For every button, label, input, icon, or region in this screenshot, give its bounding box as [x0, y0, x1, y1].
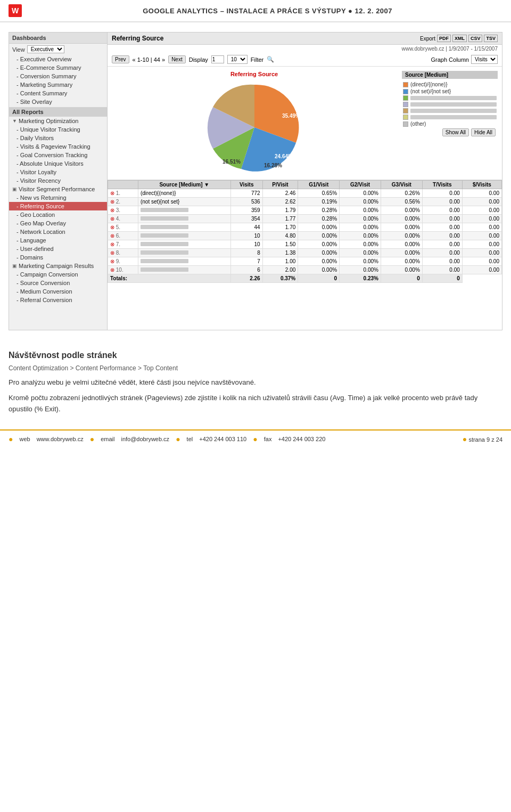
sidebar-campaign-group[interactable]: ▣ Marketing Campaign Results — [9, 262, 107, 270]
graph-column-label: Graph Column — [431, 56, 469, 63]
row-icon[interactable]: ⊗ 2. — [108, 198, 138, 206]
sidebar-item-overlay[interactable]: - Site Overlay — [9, 98, 107, 106]
table-row: ⊗ 1.(direct){(none)}7722.460.65%0.00%0.2… — [108, 189, 502, 198]
row-g1visit: 0.19% — [298, 198, 340, 206]
row-visits: 536 — [230, 198, 262, 206]
table-row: ⊗ 3.3591.790.28%0.00%0.00%0.000.00 — [108, 206, 502, 215]
sidebar-marketing-group[interactable]: ▼ Marketing Optimization — [9, 117, 107, 125]
sidebar-campaign-conversion[interactable]: - Campaign Conversion — [9, 270, 107, 279]
row-pvisit: 1.00 — [262, 257, 298, 266]
row-g1visit: 0.00% — [298, 240, 340, 249]
sidebar-domains[interactable]: - Domains — [9, 253, 107, 262]
th-num — [108, 181, 138, 189]
sidebar-goal-conversion[interactable]: - Goal Conversion Tracking — [9, 151, 107, 159]
sidebar-source-conversion[interactable]: - Source Conversion — [9, 279, 107, 287]
sidebar-user-defined[interactable]: - User-defined — [9, 245, 107, 253]
prev-button[interactable]: Prev — [112, 55, 129, 63]
totals-val-5: 0.23% — [340, 274, 381, 283]
row-icon[interactable]: ⊗ 6. — [108, 232, 138, 240]
legend-item-2: (not set)/{not set} — [402, 88, 498, 95]
sidebar-medium-conversion[interactable]: - Medium Conversion — [9, 287, 107, 296]
legend-item-1: (direct)/{(none)} — [402, 81, 498, 88]
footer-email-url[interactable]: info@dobryweb.cz — [121, 436, 169, 442]
legend-blurred-5 — [410, 109, 497, 113]
expand-marketing-icon: ▼ — [12, 118, 17, 124]
th-visits[interactable]: Visits — [230, 181, 262, 189]
header: W GOOGLE ANALYTICS – INSTALACE A PRÁCE S… — [0, 0, 511, 22]
th-svisits[interactable]: $/Visits — [462, 181, 501, 189]
sidebar-new-returning[interactable]: - New vs Returning — [9, 193, 107, 202]
th-tvisits[interactable]: T/Visits — [422, 181, 462, 189]
sidebar-all-reports: All Reports — [9, 107, 107, 117]
sidebar-daily-visitors[interactable]: - Daily Visitors — [9, 134, 107, 142]
sidebar-language[interactable]: - Language — [9, 236, 107, 245]
row-icon[interactable]: ⊗ 10. — [108, 266, 138, 274]
legend-color-6 — [403, 115, 408, 120]
row-tvisits: 0.00 — [422, 232, 462, 240]
row-icon[interactable]: ⊗ 8. — [108, 249, 138, 257]
sidebar-item-content[interactable]: - Content Summary — [9, 89, 107, 98]
row-icon[interactable]: ⊗ 3. — [108, 206, 138, 215]
th-g1visit[interactable]: G1/Visit — [298, 181, 340, 189]
show-all-button[interactable]: Show All — [442, 128, 469, 136]
sidebar-unique-visitor[interactable]: - Unique Visitor Tracking — [9, 125, 107, 134]
sidebar-item-ecommerce[interactable]: - E-Commerce Summary — [9, 63, 107, 72]
row-icon[interactable]: ⊗ 1. — [108, 189, 138, 198]
legend-item-other: (other) — [402, 120, 498, 127]
display-input[interactable] — [211, 55, 224, 63]
sidebar-geo-location[interactable]: - Geo Location — [9, 210, 107, 219]
th-g2visit[interactable]: G2/Visit — [340, 181, 381, 189]
report-url: www.dobryweb.cz — [402, 46, 444, 52]
th-pvisit[interactable]: P/Visit — [262, 181, 298, 189]
row-icon[interactable]: ⊗ 7. — [108, 240, 138, 249]
row-visits: 359 — [230, 206, 262, 215]
view-select[interactable]: Executive All — [27, 45, 64, 53]
next-button[interactable]: Next — [168, 55, 186, 63]
export-pdf-icon[interactable]: PDF — [437, 35, 451, 42]
export-csv-icon[interactable]: CSV — [468, 35, 483, 42]
row-g3visit: 0.00% — [381, 206, 422, 215]
row-g2visit: 0.00% — [340, 249, 381, 257]
sidebar-item-executive[interactable]: - Executive Overview — [9, 55, 107, 63]
sidebar-absolute-unique[interactable]: - Absolute Unique Visitors — [9, 159, 107, 168]
row-g1visit: 0.28% — [298, 215, 340, 223]
row-icon[interactable]: ⊗ 4. — [108, 215, 138, 223]
row-pvisit: 1.77 — [262, 215, 298, 223]
table-row: ⊗ 8.81.380.00%0.00%0.00%0.000.00 — [108, 249, 502, 257]
row-g3visit: 0.00% — [381, 232, 422, 240]
totals-val-3: 0.37% — [262, 274, 298, 283]
row-g1visit: 0.28% — [298, 206, 340, 215]
row-tvisits: 0.00 — [422, 189, 462, 198]
sidebar-visits-pageview[interactable]: - Visits & Pageview Tracking — [9, 142, 107, 151]
sidebar-referring-source[interactable]: - Referring Source — [9, 202, 107, 210]
row-pvisit: 2.62 — [262, 198, 298, 206]
export-xml-icon[interactable]: XML — [452, 35, 467, 42]
footer-web-url[interactable]: www.dobryweb.cz — [37, 436, 84, 442]
row-g2visit: 0.00% — [340, 206, 381, 215]
hide-all-button[interactable]: Hide All — [471, 128, 496, 136]
legend-color-5 — [403, 108, 408, 113]
row-icon[interactable]: ⊗ 5. — [108, 223, 138, 232]
graph-column-select[interactable]: Visits — [471, 55, 498, 64]
legend-item-3 — [402, 95, 498, 101]
footer-left: ● web www.dobryweb.cz ● email info@dobry… — [9, 435, 325, 443]
sidebar-referral-conversion[interactable]: - Referral Conversion — [9, 296, 107, 304]
display-per-page-select[interactable]: 10 25 50 — [227, 55, 248, 64]
sidebar-item-conversion[interactable]: - Conversion Summary — [9, 72, 107, 80]
footer-tel-label: tel — [187, 436, 193, 442]
row-icon[interactable]: ⊗ 9. — [108, 257, 138, 266]
export-tsv-icon[interactable]: TSV — [484, 35, 498, 42]
filter-icon[interactable]: 🔍 — [267, 56, 274, 63]
footer-web-label: web — [19, 436, 30, 442]
sidebar-geo-map[interactable]: - Geo Map Overlay — [9, 219, 107, 228]
report-toolbar: Prev « 1-10 | 44 » Next Display 10 25 50… — [108, 53, 502, 67]
th-source[interactable]: Source [Medium] ▼ — [138, 181, 230, 189]
sidebar-item-marketing[interactable]: - Marketing Summary — [9, 80, 107, 89]
sidebar-segment-group[interactable]: ▣ Visitor Segment Performance — [9, 185, 107, 193]
sidebar-visitor-loyalty[interactable]: - Visitor Loyalty — [9, 168, 107, 176]
th-g3visit[interactable]: G3/Visit — [381, 181, 422, 189]
graph-column-section: Graph Column Visits — [431, 55, 498, 64]
sidebar-network-location[interactable]: - Network Location — [9, 228, 107, 236]
sidebar-visitor-recency[interactable]: - Visitor Recency — [9, 176, 107, 185]
expand-segment-icon: ▣ — [12, 186, 17, 192]
